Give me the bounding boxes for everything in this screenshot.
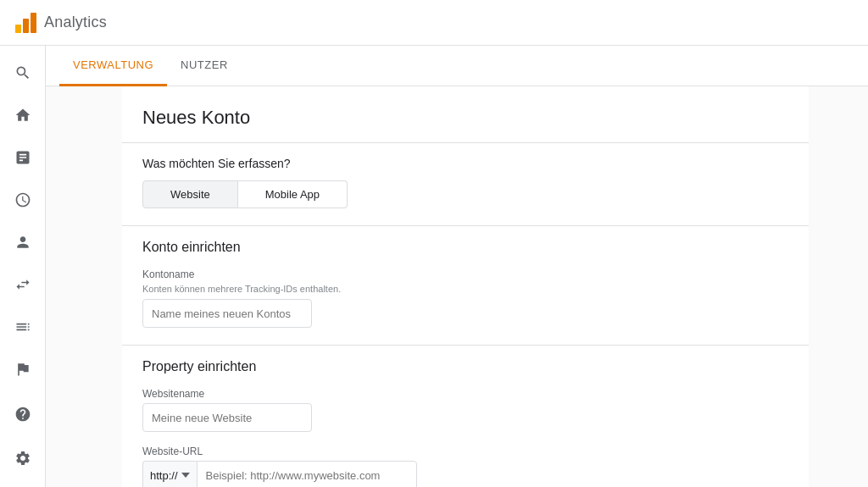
tab-verwaltung[interactable]: VERWALTUNG	[59, 46, 167, 86]
websitename-label: Websitename	[142, 388, 788, 400]
capture-question: Was möchten Sie erfassen?	[142, 157, 788, 170]
acquisition-icon	[14, 276, 31, 293]
sidebar	[0, 46, 46, 487]
sidebar-item-conversions[interactable]	[3, 349, 43, 390]
clock-icon	[14, 191, 31, 208]
capture-options: Website Mobile App	[142, 180, 788, 208]
divider-top	[122, 142, 809, 143]
page-title: Neues Konto	[142, 107, 788, 129]
sidebar-item-realtime[interactable]	[3, 180, 43, 220]
capture-mobile-btn[interactable]: Mobile App	[238, 180, 348, 208]
svg-rect-0	[15, 25, 21, 33]
tab-nutzer[interactable]: NUTZER	[167, 46, 242, 86]
capture-section: Was möchten Sie erfassen? Website Mobile…	[142, 157, 788, 208]
search-icon	[14, 64, 31, 81]
konto-fields: Kontoname Konten können mehrere Tracking…	[142, 268, 788, 328]
form-container: Neues Konto Was möchten Sie erfassen? We…	[122, 86, 809, 487]
top-bar: Analytics	[0, 0, 868, 46]
capture-website-btn[interactable]: Website	[142, 180, 238, 208]
konto-section-title: Konto einrichten	[142, 240, 788, 255]
person-icon	[14, 234, 31, 251]
sidebar-item-settings[interactable]	[3, 438, 43, 479]
sidebar-item-behavior[interactable]	[3, 307, 43, 347]
url-row: http://	[142, 461, 788, 487]
behavior-icon	[14, 318, 31, 335]
kontoname-sublabel: Konten können mehrere Tracking-IDs entha…	[142, 284, 788, 294]
url-input[interactable]	[197, 461, 417, 487]
kontoname-input[interactable]	[142, 299, 312, 328]
analytics-logo-icon	[14, 11, 37, 35]
sidebar-bottom	[3, 394, 43, 487]
property-section-header: Property einrichten	[122, 345, 809, 374]
sidebar-item-discover[interactable]	[3, 394, 43, 434]
discover-icon	[14, 406, 31, 423]
kontoname-label: Kontoname	[142, 268, 788, 280]
reports-icon	[14, 149, 31, 166]
main-layout: VERWALTUNG NUTZER Neues Konto Was möchte…	[0, 46, 868, 487]
url-protocol-text: http://	[150, 469, 178, 482]
svg-rect-2	[31, 13, 36, 33]
app-title: Analytics	[44, 14, 107, 31]
sidebar-item-search[interactable]	[3, 53, 43, 93]
page-content: Neues Konto Was möchten Sie erfassen? We…	[46, 86, 868, 487]
konto-section-header: Konto einrichten	[122, 225, 809, 255]
settings-icon	[14, 450, 31, 467]
chevron-down-icon	[181, 473, 190, 478]
svg-rect-1	[23, 19, 29, 33]
logo: Analytics	[14, 11, 107, 35]
sidebar-item-acquisition[interactable]	[3, 264, 43, 305]
sidebar-item-home[interactable]	[3, 95, 43, 136]
content-area: VERWALTUNG NUTZER Neues Konto Was möchte…	[46, 46, 868, 487]
property-section-title: Property einrichten	[142, 359, 788, 374]
sidebar-item-reports[interactable]	[3, 137, 43, 178]
tab-bar: VERWALTUNG NUTZER	[46, 46, 868, 86]
websitename-input[interactable]	[142, 403, 312, 432]
flag-icon	[14, 361, 31, 378]
home-icon	[14, 107, 31, 124]
url-protocol-selector[interactable]: http://	[142, 461, 197, 487]
website-url-label: Website-URL	[142, 445, 788, 457]
sidebar-item-audience[interactable]	[3, 222, 43, 263]
property-fields: Websitename Website-URL http://	[142, 388, 788, 487]
